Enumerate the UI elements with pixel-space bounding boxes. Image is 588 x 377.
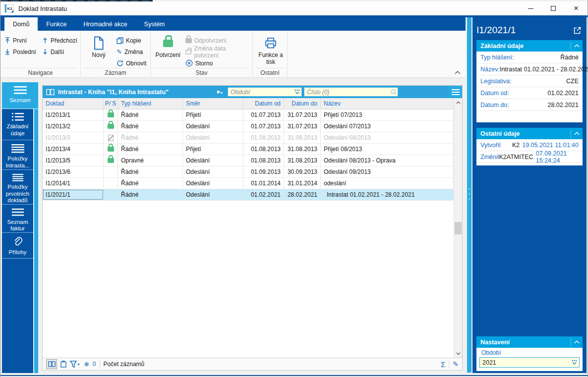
freeze-button[interactable]: ❄ (84, 361, 89, 368)
document-id: I1/2021/1 (476, 25, 516, 36)
table-status-bar: ▼ ❄ 0 Počet záznamů Σ ✎ (43, 358, 462, 370)
book-view-button[interactable] (46, 359, 57, 369)
section-header-nastaveni[interactable]: Nastavení (476, 336, 583, 348)
tab-hromadne-akce[interactable]: Hromadné akce (75, 17, 135, 31)
scroll-up-arrow[interactable] (454, 98, 462, 107)
scroll-down-arrow[interactable] (454, 349, 462, 358)
collapse-chevron-icon[interactable] (571, 129, 583, 138)
record-count-label[interactable]: Počet záznamů (104, 361, 145, 368)
open-in-window-button[interactable] (573, 26, 582, 35)
next-button[interactable]: Další (42, 49, 80, 55)
collapse-chevron-icon[interactable] (571, 338, 583, 346)
functions-print-button[interactable]: Funkce a tisk (257, 35, 285, 65)
confirmed-lock-icon (108, 147, 114, 152)
grid-menu-button[interactable] (449, 86, 462, 98)
unconfirm-button[interactable]: Odpotvrzení (185, 36, 249, 45)
copy-icon (117, 37, 123, 44)
statusbar-separator (449, 360, 449, 368)
table-row-selected[interactable]: I1/2021/1 Řádné Odeslání 01.02.2021 28.0… (43, 189, 454, 201)
filter-button[interactable]: ▼ (70, 361, 80, 368)
obdobi-input[interactable] (479, 357, 580, 368)
field-datum-do: Datum do: 28.02.2021 (476, 99, 583, 111)
tab-system[interactable]: Systém (136, 17, 174, 31)
sidebar-item-prilohy[interactable]: Přílohy (2, 233, 33, 259)
refresh-label: Obnovit (126, 60, 146, 67)
k2-app-icon: K2 (4, 4, 14, 13)
items-icon (11, 144, 24, 153)
column-header-datum-do[interactable]: Datum do (284, 98, 321, 109)
section-header-zakladni-udaje[interactable]: Základní údaje (476, 40, 583, 52)
field-vytvoril: Vytvořil K2 19.05.2021 11:01:40 (476, 139, 583, 151)
tab-funkce[interactable]: Funkce (38, 17, 75, 31)
storno-button[interactable]: Storno (185, 58, 249, 68)
sidebar-item-polozky-prvotnich-dokladu[interactable]: Položky prvotních dokladů (2, 170, 33, 205)
cislo-filter-input[interactable] (304, 87, 398, 97)
book-expand-arrow[interactable]: ▶▾ (217, 89, 223, 95)
items-icon (11, 174, 24, 181)
table-row[interactable]: I1/2013/1 Řádné Přijetí 01.07.2013 31.07… (43, 109, 454, 121)
column-header-datum-od[interactable]: Datum od (243, 98, 284, 109)
column-header-nazev[interactable]: Název (321, 98, 462, 109)
sidebar-item-seznam-faktur[interactable]: Seznam faktur (2, 205, 33, 233)
refresh-button[interactable]: Obnovit (117, 58, 146, 68)
dropdown-dots-icon[interactable] (294, 89, 300, 95)
filter-caret-icon: ▼ (77, 363, 80, 366)
previous-button[interactable]: Předchozí (42, 37, 80, 44)
scrollbar-thumb[interactable] (455, 222, 462, 234)
section-title: Nastavení (480, 339, 510, 346)
column-header-doklad[interactable]: Doklad (43, 98, 104, 109)
table-row[interactable]: I1/2013/4 Řádné Přijetí 01.08.2013 31.08… (43, 144, 454, 155)
copy-button[interactable]: Kopie (117, 36, 146, 45)
dropdown-dots-icon[interactable] (571, 360, 578, 366)
ribbon: První Předchozí Poslední Další Navigace (0, 31, 466, 78)
column-header-smer[interactable]: Směr (183, 98, 243, 109)
section-header-ostatni-udaje[interactable]: Ostatní údaje (476, 128, 583, 139)
card-view-button[interactable] (60, 361, 66, 368)
table-row-cancelled[interactable]: I1/2013/3 Řádné Odeslání 01.08.2013 31.0… (43, 132, 454, 144)
column-header-ps[interactable]: P/ S (104, 98, 118, 109)
column-header-typ[interactable]: Typ hlášení (118, 98, 183, 109)
next-label: Další (51, 49, 64, 55)
table-row[interactable]: I1/2013/6 Řádné Odeslání 01.09.2013 30.0… (43, 166, 454, 178)
book-title: Intrastat - Kniha "I1, Kniha Intrastatu" (58, 89, 169, 96)
arrow-up-bar-icon (4, 37, 10, 44)
vertical-scrollbar[interactable] (454, 98, 462, 358)
group-label-zaznam: Záznam (84, 68, 147, 76)
new-button[interactable]: Nový (85, 35, 113, 68)
field-legislativa: Legislativa: CZE (476, 75, 583, 87)
table-row[interactable]: I1/2013/2 Řádné Odeslání 01.07.2013 31.0… (43, 121, 454, 132)
cancel-circle-icon (185, 59, 193, 67)
minimize-button[interactable] (519, 1, 542, 15)
sidebar-rail (34, 82, 38, 373)
obdobi-filter-input[interactable] (228, 87, 302, 97)
last-button[interactable]: Poslední (4, 49, 42, 55)
new-label: Nový (92, 52, 105, 58)
refresh-icon (117, 60, 123, 67)
unconfirm-label: Odpotvrzení (194, 37, 227, 44)
sidebar-item-seznam[interactable]: Seznam (2, 82, 38, 109)
panel-splitter[interactable] (467, 17, 471, 373)
ribbon-group-stav: Potvrzení Odpotvrzení Změna data potvrze… (151, 31, 253, 77)
close-button[interactable]: × (565, 1, 588, 15)
table-row[interactable]: I1/2013/5 Opravné Odeslání 01.08.2013 31… (43, 155, 454, 166)
tab-domu[interactable]: Domů (4, 17, 38, 31)
sidebar-item-polozky-intrastatu[interactable]: Položky Intrasta... (2, 140, 33, 170)
confirm-button[interactable]: Potvrzení (155, 35, 181, 68)
maximize-button[interactable] (542, 1, 565, 15)
gray-lock-icon (185, 38, 192, 43)
ribbon-collapse-button[interactable] (455, 71, 461, 74)
app-window: K2 Doklad Intrastatu × Domů Funkce Hroma… (0, 0, 588, 377)
storno-document-icon (108, 135, 114, 141)
first-button[interactable]: První (4, 37, 42, 44)
zakladni-udaje-card: Typ hlášení: Řádné Název: Intrastat 01.0… (476, 52, 583, 122)
change-confirm-date-label: Změna data potvrzení (194, 45, 249, 59)
sidebar-item-zakladni-udaje[interactable]: Základní údaje (2, 109, 33, 140)
change-confirm-date-button[interactable]: Změna data potvrzení (185, 47, 249, 56)
paperclip-icon (13, 237, 22, 247)
change-button[interactable]: ✎ Změna (117, 47, 146, 56)
sum-button[interactable]: Σ (441, 360, 445, 369)
table-row[interactable]: I1/2014/1 Řádné Odeslání 01.01.2014 31.0… (43, 178, 454, 189)
edit-button[interactable]: ✎ (453, 360, 459, 368)
records-grid: I1/2013/1 Řádné Přijetí 01.07.2013 31.07… (43, 109, 454, 358)
collapse-chevron-icon[interactable] (571, 42, 583, 50)
